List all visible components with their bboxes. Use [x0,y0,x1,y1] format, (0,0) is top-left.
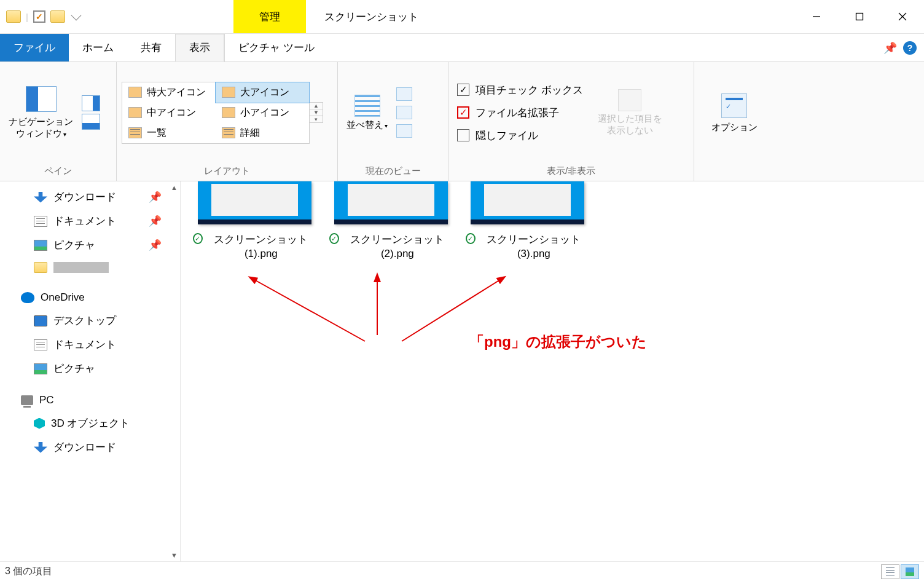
view-details-button[interactable] [881,564,899,579]
checkbox-hidden-files[interactable]: 隠しファイル [457,128,583,143]
options-button[interactable]: オプション [711,93,758,133]
pc-icon [21,395,33,405]
tree-desktop[interactable]: デスクトップ [0,309,180,333]
tab-file[interactable]: ファイル [0,34,69,61]
view-thumbnails-button[interactable] [901,564,919,579]
group-by-icon[interactable] [396,87,412,101]
group-label-pane: ペイン [0,163,116,181]
ribbon-tabs: ファイル ホーム 共有 表示 ピクチャ ツール 📌 ? [0,34,924,62]
sort-label: 並べ替え [346,119,383,130]
layout-medium[interactable]: 中アイコン [122,103,216,123]
document-icon [34,339,47,350]
tab-share[interactable]: 共有 [127,34,175,61]
qat-checkbox-icon[interactable]: ✓ [33,10,45,23]
contextual-tab[interactable]: 管理 [233,0,306,33]
thumbnail [334,181,448,224]
help-icon[interactable]: ? [903,41,917,55]
group-label-showhide: 表示/非表示 [448,163,694,181]
size-columns-icon[interactable] [396,124,412,138]
onedrive-icon [21,292,34,303]
picture-icon [34,363,47,374]
annotation-text: 「png」の拡張子がついた [469,332,647,352]
minimize-button[interactable] [795,0,838,33]
file-item[interactable]: ✓スクリーンショット (1).png [193,181,316,261]
add-columns-icon[interactable] [396,106,412,119]
gallery-scroll-up[interactable]: ▲ [310,103,323,109]
layout-details[interactable]: 詳細 [216,123,309,143]
tree-downloads-2[interactable]: ダウンロード [0,435,180,459]
window-title: スクリーンショット [324,10,418,24]
layout-gallery[interactable]: 特大アイコン 大アイコン 中アイコン 小アイコン 一覧 詳細 [122,82,310,144]
thumbnail [198,181,311,224]
navigation-tree[interactable]: ▲ ダウンロード📌 ドキュメント📌 ピクチャ📌 OneDrive デスクトップ … [0,181,181,561]
3d-objects-icon [34,418,45,429]
sync-check-icon: ✓ [193,233,203,244]
scroll-down-icon[interactable]: ▼ [171,551,178,559]
pin-icon: 📌 [149,215,162,227]
picture-icon [34,240,47,251]
gallery-expand[interactable]: ▾ [310,116,323,122]
pin-icon[interactable]: 📌 [883,41,897,55]
sync-check-icon: ✓ [466,233,476,244]
close-button[interactable] [881,0,924,33]
pin-icon: 📌 [149,191,162,204]
checkbox-file-extensions[interactable]: ✓ファイル名拡張子 [457,106,583,120]
tree-documents[interactable]: ドキュメント📌 [0,209,180,233]
download-icon [34,442,47,453]
gallery-scroll-down[interactable]: ▼ [310,109,323,116]
desktop-icon [34,315,47,326]
file-name: スクリーンショット (2).png [343,233,452,261]
file-item[interactable]: ✓スクリーンショット (2).png [329,181,452,261]
tab-home[interactable]: ホーム [69,34,127,61]
checkbox-item-checkboxes[interactable]: ✓項目チェック ボックス [457,83,583,97]
preview-pane-icon[interactable] [82,95,100,111]
file-list[interactable]: ✓スクリーンショット (1).png ✓スクリーンショット (2).png ✓ス… [181,181,924,561]
navigation-pane-button[interactable]: ナビゲーション ウィンドウ▾ [9,86,73,140]
tree-downloads[interactable]: ダウンロード📌 [0,185,180,209]
maximize-button[interactable] [838,0,881,33]
group-label-layout: レイアウト [117,163,337,181]
tab-view[interactable]: 表示 [175,34,224,61]
qat-dropdown-icon[interactable] [71,10,81,21]
sync-check-icon: ✓ [329,233,339,244]
pin-icon: 📌 [149,239,162,251]
scroll-up-icon[interactable]: ▲ [171,184,178,191]
redacted-label [53,262,109,273]
tree-3d-objects[interactable]: 3D オブジェクト [0,411,180,435]
options-label: オプション [711,122,758,133]
tab-picture-tools[interactable]: ピクチャ ツール [224,34,328,61]
svg-rect-1 [856,14,863,20]
document-icon [34,216,47,227]
file-name: スクリーンショット (3).png [479,233,589,261]
navigation-pane-icon [26,86,57,112]
folder-icon [50,10,65,23]
svg-line-4 [254,280,365,341]
tree-pc[interactable]: PC [0,389,180,411]
layout-large[interactable]: 大アイコン [215,82,310,103]
hide-selected-icon [618,89,641,111]
details-pane-icon[interactable] [82,114,100,130]
download-icon [34,192,47,203]
item-count: 3 個の項目 [5,565,52,578]
tree-pictures[interactable]: ピクチャ📌 [0,233,180,257]
file-name: スクリーンショット (1).png [206,233,316,261]
tree-documents-2[interactable]: ドキュメント [0,333,180,357]
status-bar: 3 個の項目 [0,561,924,581]
thumbnail [471,181,584,224]
ribbon: ナビゲーション ウィンドウ▾ ペイン 特大アイコン 大アイコン 中アイコン 小ア… [0,62,924,181]
folder-icon [34,262,47,273]
group-label-currentview: 現在のビュー [338,163,448,181]
sort-button[interactable]: 並べ替え▾ [346,95,388,131]
file-item[interactable]: ✓スクリーンショット (3).png [466,181,589,261]
tree-folder[interactable] [0,257,180,278]
options-icon [721,93,747,118]
layout-list[interactable]: 一覧 [122,123,216,143]
sort-icon [354,95,380,117]
folder-icon [6,10,21,23]
hide-selected-button: 選択した項目を 表示しない [598,89,662,136]
title-bar: | ✓ 管理 スクリーンショット [0,0,924,34]
tree-pictures-2[interactable]: ピクチャ [0,357,180,381]
tree-onedrive[interactable]: OneDrive [0,287,180,309]
layout-small[interactable]: 小アイコン [216,103,309,123]
layout-extra-large[interactable]: 特大アイコン [122,82,216,103]
